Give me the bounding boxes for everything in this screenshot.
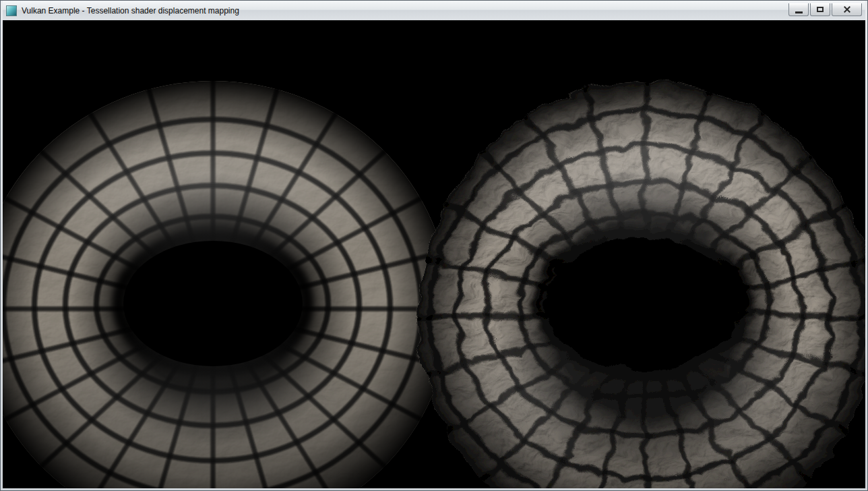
titlebar[interactable]: Vulkan Example - Tessellation shader dis… [3, 1, 865, 20]
vulkan-app-icon [6, 5, 17, 16]
app-window: Vulkan Example - Tessellation shader dis… [0, 0, 868, 491]
torus-left [3, 67, 474, 488]
torus-right [400, 61, 865, 488]
minimize-button[interactable] [788, 3, 809, 16]
close-button[interactable] [832, 3, 862, 16]
minimize-icon [795, 11, 803, 13]
window-controls [788, 3, 862, 16]
close-icon [843, 5, 851, 13]
render-viewport[interactable] [3, 20, 865, 488]
window-title: Vulkan Example - Tessellation shader dis… [22, 6, 239, 16]
maximize-icon [817, 7, 824, 12]
maximize-button[interactable] [810, 3, 830, 16]
vulkan-render [3, 20, 865, 488]
